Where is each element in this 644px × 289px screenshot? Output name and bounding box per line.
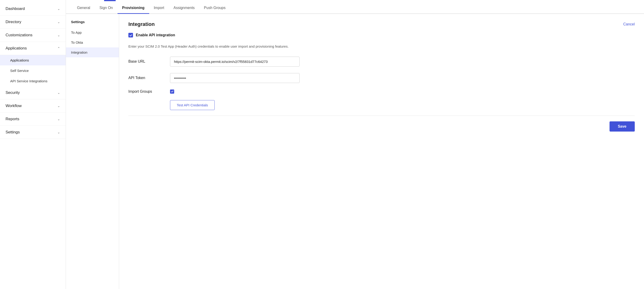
sidebar-item-security-label: Security: [6, 90, 20, 95]
chevron-down-icon: ⌄: [57, 7, 60, 11]
sidebar-item-dashboard[interactable]: Dashboard ⌄: [0, 2, 66, 15]
divider: [128, 116, 635, 116]
tabs-bar: General Sign On Provisioning Import Assi…: [66, 0, 644, 14]
form-panel: Integration Cancel Enable API integratio…: [119, 14, 644, 289]
sidebar-item-directory-label: Directory: [6, 20, 21, 24]
api-token-input[interactable]: [170, 73, 300, 83]
tab-import[interactable]: Import: [149, 1, 169, 14]
tab-assignments[interactable]: Assignments: [169, 1, 200, 14]
main-content: General Sign On Provisioning Import Assi…: [66, 0, 644, 289]
enable-api-label: Enable API integration: [136, 33, 175, 37]
tab-general[interactable]: General: [72, 1, 95, 14]
side-panel-item-to-app[interactable]: To App: [66, 27, 119, 37]
import-groups-field: Import Groups: [128, 89, 635, 94]
import-groups-checkbox[interactable]: [170, 89, 174, 94]
tab-sign-on[interactable]: Sign On: [95, 1, 118, 14]
side-panel-item-to-okta[interactable]: To Okta: [66, 37, 119, 47]
sidebar-sub-item-applications[interactable]: Applications: [0, 55, 66, 65]
chevron-up-icon: ⌃: [57, 46, 60, 50]
import-groups-label: Import Groups: [128, 89, 166, 94]
enable-api-row: Enable API integration: [128, 33, 635, 37]
save-row: Save: [128, 121, 635, 132]
chevron-down-icon: ⌄: [57, 117, 60, 121]
base-url-field: Base URL: [128, 57, 635, 67]
form-section-title: Integration: [128, 21, 155, 27]
chevron-down-icon: ⌄: [57, 104, 60, 108]
sidebar-sub-item-self-service-label: Self Service: [10, 69, 29, 73]
test-api-row: Test API Credentials: [170, 100, 635, 110]
form-section-header: Integration Cancel: [128, 21, 635, 27]
sidebar-item-applications[interactable]: Applications ⌃: [0, 42, 66, 55]
sidebar-item-workflow[interactable]: Workflow ⌄: [0, 99, 66, 113]
base-url-label: Base URL: [128, 59, 166, 64]
side-panel: Settings To App To Okta Integration: [66, 14, 119, 289]
chevron-down-icon: ⌄: [57, 91, 60, 95]
enable-api-checkbox[interactable]: [128, 33, 133, 37]
tab-provisioning[interactable]: Provisioning: [118, 1, 149, 14]
sidebar-item-dashboard-label: Dashboard: [6, 6, 25, 11]
side-panel-title: Settings: [66, 16, 119, 27]
sidebar-sub-item-api-service-integrations[interactable]: API Service Integrations: [0, 76, 66, 86]
tab-push-groups[interactable]: Push Groups: [200, 1, 230, 14]
test-api-credentials-button[interactable]: Test API Credentials: [170, 100, 215, 110]
api-token-field: API Token: [128, 73, 635, 83]
content-area: Settings To App To Okta Integration Inte…: [66, 14, 644, 289]
side-panel-item-integration[interactable]: Integration: [66, 47, 119, 57]
sidebar-sub-item-applications-label: Applications: [10, 58, 29, 62]
api-token-label: API Token: [128, 76, 166, 80]
sidebar-item-applications-label: Applications: [6, 46, 27, 51]
sidebar-item-customizations-label: Customizations: [6, 33, 32, 37]
sidebar-item-reports-label: Reports: [6, 117, 20, 121]
chevron-down-icon: ⌄: [57, 20, 60, 24]
sidebar-item-security[interactable]: Security ⌄: [0, 86, 66, 99]
chevron-down-icon: ⌄: [57, 33, 60, 37]
cancel-button[interactable]: Cancel: [623, 22, 635, 26]
sidebar-sub-item-api-label: API Service Integrations: [10, 79, 48, 83]
sidebar-item-customizations[interactable]: Customizations ⌄: [0, 29, 66, 42]
sidebar-item-workflow-label: Workflow: [6, 104, 22, 108]
base-url-input[interactable]: [170, 57, 300, 67]
sidebar: Dashboard ⌄ Directory ⌄ Customizations ⌄…: [0, 0, 66, 289]
sidebar-item-reports[interactable]: Reports ⌄: [0, 113, 66, 126]
sidebar-item-settings[interactable]: Settings ⌄: [0, 126, 66, 139]
save-button[interactable]: Save: [610, 121, 635, 132]
chevron-down-icon: ⌄: [57, 130, 60, 134]
sidebar-item-settings-label: Settings: [6, 130, 20, 135]
sidebar-sub-item-self-service[interactable]: Self Service: [0, 65, 66, 76]
sidebar-item-directory[interactable]: Directory ⌄: [0, 15, 66, 29]
description-text: Enter your SCIM 2.0 Test App (Header Aut…: [128, 44, 635, 49]
